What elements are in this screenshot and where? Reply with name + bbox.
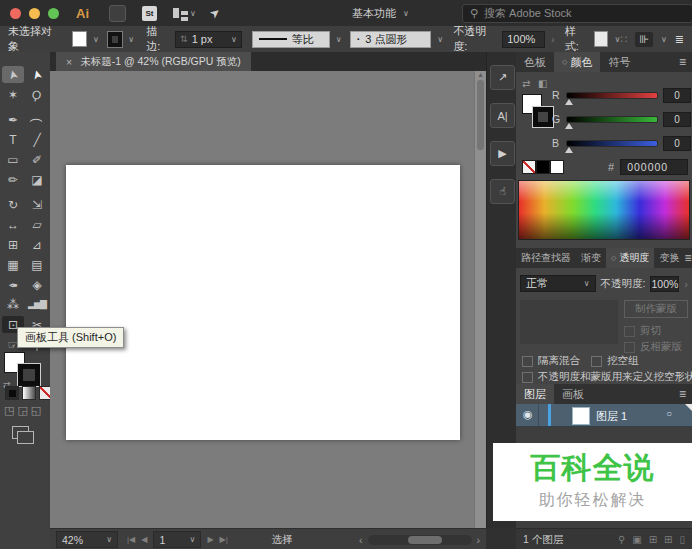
align-icon[interactable]: ⊪ [635, 32, 653, 47]
layer-row[interactable]: ◉ 图层 1 ○ [516, 404, 692, 427]
make-mask-button[interactable]: 制作蒙版 [624, 300, 688, 318]
scroll-left-icon[interactable]: ‹ [359, 534, 363, 546]
slider-thumb[interactable] [565, 123, 573, 129]
swap-colors-icon[interactable]: ⇄ [522, 78, 530, 89]
green-value-field[interactable]: 0 [663, 112, 691, 127]
color-spectrum[interactable] [518, 180, 690, 240]
export-icon[interactable]: ↗ [490, 65, 515, 90]
color-stroke-proxy[interactable] [533, 107, 553, 127]
stock-search-input[interactable]: ⚲ 搜索 Adobe Stock [462, 4, 692, 23]
stroke-weight-field[interactable]: ⇅ 1 px ∨ [175, 31, 242, 48]
panel-menu-icon[interactable]: ≡ [679, 55, 686, 69]
previous-artboard-icon[interactable]: ◀ [141, 535, 147, 544]
tab-transform[interactable]: 变换 [654, 248, 684, 268]
selection-tool[interactable]: ➤ [2, 66, 24, 83]
fill-color-swatch[interactable] [72, 31, 87, 47]
slider-thumb[interactable] [565, 147, 573, 153]
character-icon[interactable]: A| [490, 103, 515, 128]
stepper-icon[interactable]: ⇅ [180, 34, 188, 44]
define-knockout-checkbox-row[interactable]: 不透明度和蒙版用来定义挖空形状 [522, 370, 692, 384]
paintbrush-tool[interactable]: ✐ [26, 151, 48, 168]
color-mode-button[interactable] [5, 386, 19, 400]
chevron-down-icon[interactable]: ∨ [128, 35, 134, 44]
perspective-grid-tool[interactable]: ⊿ [26, 236, 48, 253]
chevron-down-icon[interactable]: ∨ [336, 35, 342, 44]
layer-thumbnail[interactable] [572, 407, 590, 425]
brush-dropdown[interactable]: · 3 点圆形 [350, 31, 432, 48]
zoom-level-dropdown[interactable]: 42% ∨ [56, 531, 118, 548]
scroll-right-icon[interactable]: › [477, 534, 481, 546]
mesh-tool[interactable]: ▦ [2, 256, 24, 273]
vertical-scroll-thumb[interactable] [477, 80, 484, 150]
rotate-tool[interactable]: ↻ [2, 196, 24, 213]
screen-mode-icon[interactable] [12, 426, 29, 439]
close-tab-icon[interactable]: × [66, 56, 72, 68]
next-artboard-icon[interactable]: ▶ [207, 535, 213, 544]
new-sublayer-icon[interactable]: ⊞ [649, 534, 657, 545]
tab-symbols[interactable]: 符号 [600, 52, 638, 72]
panel-menu-icon[interactable]: ≡ [679, 387, 686, 401]
opacity-expand-icon[interactable]: › [684, 278, 688, 290]
shape-builder-tool[interactable]: ⊞ [2, 236, 24, 253]
opacity-field[interactable]: 100% [502, 31, 545, 48]
adobe-stock-icon[interactable]: St [142, 6, 157, 21]
black-swatch[interactable] [536, 160, 550, 174]
document-tab[interactable]: × 未标题-1 @ 42% (RGB/GPU 预览) [56, 52, 251, 71]
checkbox-icon[interactable] [591, 356, 602, 367]
graph-tool[interactable]: ▂▅▇ [26, 296, 48, 313]
chevron-down-icon[interactable]: ∨ [661, 35, 667, 44]
vertical-scrollbar[interactable]: ▲ [474, 71, 486, 528]
share-icon[interactable]: ➤ [207, 4, 224, 21]
tab-artboards[interactable]: 画板 [554, 384, 592, 404]
hex-value-field[interactable]: 000000 [620, 159, 688, 175]
line-segment-tool[interactable]: ╱ [26, 131, 48, 148]
panel-opacity-field[interactable]: 100% [650, 276, 679, 292]
new-layer-icon[interactable]: ⊞ [664, 534, 672, 545]
eraser-tool[interactable]: ◪ [26, 171, 48, 188]
checkbox-icon[interactable] [522, 372, 533, 383]
panel-menu-icon[interactable]: ≡ [684, 251, 691, 265]
lasso-tool[interactable]: Ϙ [26, 86, 48, 103]
close-window-button[interactable] [10, 8, 21, 19]
delete-layer-icon[interactable]: ▯ [679, 534, 685, 545]
scroll-up-icon[interactable]: ▲ [477, 71, 484, 78]
chevron-down-icon[interactable]: ∨ [231, 35, 237, 44]
tab-layers[interactable]: 图层 [516, 384, 554, 404]
canvas-area[interactable]: ▲ [50, 71, 486, 528]
minimize-window-button[interactable] [29, 8, 40, 19]
isolate-blending-checkbox-row[interactable]: 隔离混合 挖空组 [522, 354, 639, 368]
draw-normal-icon[interactable]: ◳ [4, 404, 14, 417]
document-setup-icon[interactable]: ≣ [675, 33, 684, 46]
clip-checkbox-row[interactable]: 剪切 [624, 324, 661, 338]
invert-mask-checkbox-row[interactable]: 反相蒙版 [624, 340, 682, 354]
last-artboard-icon[interactable]: ▶| [220, 535, 228, 544]
red-value-field[interactable]: 0 [663, 88, 691, 103]
default-colors-icon[interactable]: ◧ [538, 78, 547, 89]
rectangle-tool[interactable]: ▭ [2, 151, 24, 168]
none-swatch[interactable] [522, 160, 536, 174]
tab-pathfinder[interactable]: 路径查找器 [516, 248, 576, 268]
tab-gradient[interactable]: 渐变 [576, 248, 606, 268]
eyedropper-tool[interactable]: ✒ [2, 276, 24, 293]
tab-swatches[interactable]: 色板 [516, 52, 554, 72]
horizontal-scroll-thumb[interactable] [408, 536, 442, 544]
actions-icon[interactable]: ▶ [490, 141, 515, 166]
checkbox-icon[interactable] [522, 356, 533, 367]
artboard[interactable] [66, 165, 460, 440]
touch-icon[interactable]: ☝ [490, 179, 515, 204]
tab-color[interactable]: ◇ 颜色 [554, 52, 600, 72]
target-circle-icon[interactable]: ○ [666, 408, 672, 419]
workspace-switcher[interactable]: 基本功能 ∨ [352, 0, 409, 26]
draw-behind-icon[interactable]: ◲ [17, 404, 27, 417]
green-slider[interactable] [566, 116, 658, 123]
magic-wand-tool[interactable]: ✶ [2, 86, 24, 103]
artboard-number-dropdown[interactable]: 1 ∨ [153, 531, 201, 548]
gradient-mode-button[interactable] [22, 386, 36, 400]
white-swatch[interactable] [550, 160, 564, 174]
horizontal-scrollbar[interactable] [368, 535, 472, 545]
scale-tool[interactable]: ⇲ [26, 196, 48, 213]
symbol-sprayer-tool[interactable]: ⁂ [2, 296, 24, 313]
gradient-tool[interactable]: ▤ [26, 256, 48, 273]
make-mask-icon[interactable]: ▣ [632, 534, 641, 545]
locate-object-icon[interactable]: ⚲ [618, 534, 625, 545]
